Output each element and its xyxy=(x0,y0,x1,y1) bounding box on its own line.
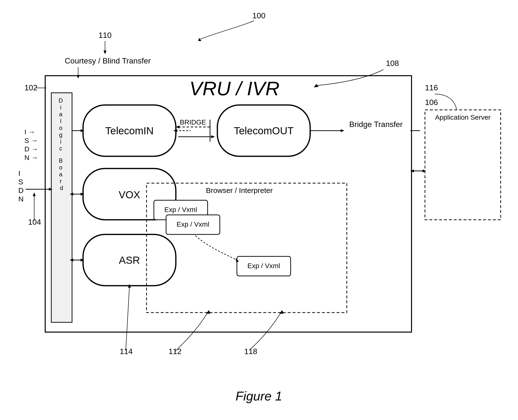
svg-marker-5 xyxy=(33,192,36,196)
svg-marker-21 xyxy=(211,135,215,138)
exp-vxml-2-label: Exp / Vxml xyxy=(177,220,209,228)
ref-118: 118 xyxy=(244,347,257,356)
svg-marker-29 xyxy=(423,169,426,172)
application-server-label: Application Server xyxy=(435,114,490,121)
courtesy-blind-transfer-label: Courtesy / Blind Transfer xyxy=(65,56,151,65)
ref-106: 106 xyxy=(425,98,438,107)
svg-marker-33 xyxy=(279,310,284,314)
bridge-transfer-label: Bridge Transfer xyxy=(349,120,403,129)
exp-vxml-3-label: Exp / Vxml xyxy=(247,262,280,270)
svg-marker-28 xyxy=(410,169,414,172)
svg-marker-26 xyxy=(314,84,319,87)
isdn-s-label: S → xyxy=(24,137,38,144)
ref-104: 104 xyxy=(28,218,41,226)
svg-marker-24 xyxy=(341,129,344,132)
isdn-n-label: N → xyxy=(24,154,38,161)
ref-114: 114 xyxy=(120,347,133,356)
vru-ivr-box xyxy=(45,76,412,332)
svg-marker-0 xyxy=(198,38,201,41)
svg-marker-1 xyxy=(104,51,106,54)
ref-116: 116 xyxy=(425,83,438,92)
svg-marker-31 xyxy=(206,310,211,314)
telecomout-label: TelecomOUT xyxy=(234,125,294,136)
application-server-box xyxy=(425,110,501,220)
exp-vxml-1-label: Exp / Vxml xyxy=(164,206,197,213)
figure-caption: Figure 1 xyxy=(236,389,282,403)
ref-100: 100 xyxy=(252,11,265,20)
isdn-text-n: N xyxy=(18,195,24,203)
isdn-text-s: S xyxy=(18,178,23,186)
browser-interpreter-label: Browser / Interpreter xyxy=(206,186,273,194)
isdn-text-d: D xyxy=(18,186,24,194)
isdn-label: I → xyxy=(24,128,35,136)
vox-label: VOX xyxy=(119,189,140,200)
diagram-container: 100 110 Courtesy / Blind Transfer VRU / … xyxy=(0,0,518,420)
vru-ivr-label: VRU / IVR xyxy=(190,78,280,99)
bridge-label: BRIDGE xyxy=(180,118,206,126)
ref-108: 108 xyxy=(386,59,399,68)
isdn-text: I xyxy=(18,169,20,177)
telecomin-label: TelecomIN xyxy=(105,125,154,136)
ref-110: 110 xyxy=(98,31,111,40)
isdn-d-label: D → xyxy=(24,145,38,153)
asr-label: ASR xyxy=(119,254,140,266)
